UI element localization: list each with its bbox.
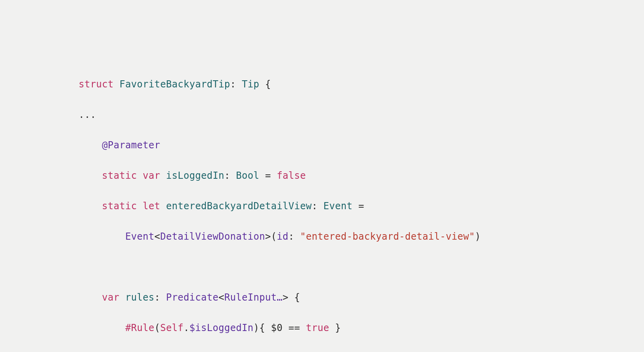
code-line-4: static var isLoggedIn: Bool = false bbox=[79, 168, 644, 184]
var-name: rules bbox=[125, 292, 154, 303]
code-line-10 bbox=[79, 351, 644, 352]
protocol-name: Tip bbox=[242, 79, 259, 90]
keyword-struct: struct bbox=[79, 79, 114, 90]
value-true: true bbox=[306, 322, 329, 333]
code-line-1: struct FavoriteBackyardTip: Tip { bbox=[79, 77, 644, 92]
attribute: @Parameter bbox=[102, 140, 160, 151]
let-name: enteredBackyardDetailView bbox=[166, 201, 312, 212]
keyword-let: let bbox=[143, 201, 160, 212]
string-literal: "entered-backyard-detail-view" bbox=[300, 231, 475, 242]
type-event: Event bbox=[125, 231, 154, 242]
code-line-9: #Rule(Self.$isLoggedIn){ $0 == true } bbox=[79, 320, 644, 336]
value-false: false bbox=[277, 170, 306, 181]
closure-param: $0 bbox=[271, 322, 283, 333]
keyword-var: var bbox=[143, 170, 160, 181]
param-label: id bbox=[277, 231, 289, 242]
var-name: isLoggedIn bbox=[166, 170, 224, 181]
code-line-2: ... bbox=[79, 107, 644, 123]
generic-type: DetailViewDonation bbox=[160, 231, 266, 242]
code-block: struct FavoriteBackyardTip: Tip { ... @P… bbox=[0, 0, 644, 352]
property: $isLoggedIn bbox=[189, 322, 253, 333]
code-line-5: static let enteredBackyardDetailView: Ev… bbox=[79, 199, 644, 214]
code-line-7 bbox=[79, 259, 644, 275]
code-line-8: var rules: Predicate<RuleInput…> { bbox=[79, 290, 644, 305]
keyword-var: var bbox=[102, 292, 119, 303]
keyword-static: static bbox=[102, 170, 137, 181]
keyword-self: Self bbox=[160, 322, 184, 333]
code-line-3: @Parameter bbox=[79, 138, 644, 153]
type-name: FavoriteBackyardTip bbox=[119, 79, 230, 90]
generic-type: RuleInput… bbox=[224, 292, 283, 303]
type-bool: Bool bbox=[236, 170, 259, 181]
type-event: Event bbox=[323, 201, 352, 212]
macro-rule: #Rule bbox=[125, 322, 154, 333]
type-predicate: Predicate bbox=[166, 292, 218, 303]
keyword-static: static bbox=[102, 201, 137, 212]
code-line-6: Event<DetailViewDonation>(id: "entered-b… bbox=[79, 229, 644, 244]
